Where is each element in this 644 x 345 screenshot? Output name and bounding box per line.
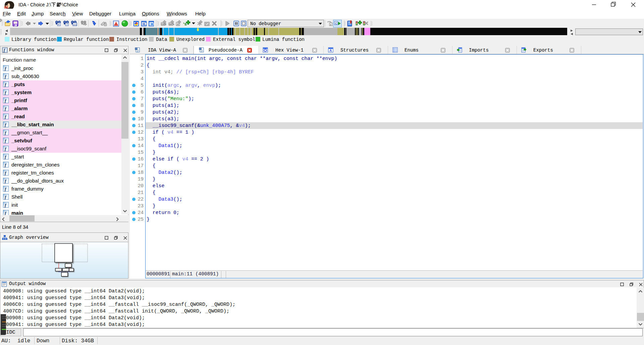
svg-text:#: #: [58, 23, 60, 26]
svg-text:CODE: CODE: [161, 23, 167, 26]
svg-text:101: 101: [73, 23, 77, 26]
svg-text:c: c: [330, 23, 331, 26]
svg-text:DATA: DATA: [169, 23, 174, 26]
svg-text:A: A: [329, 49, 332, 52]
svg-text:T: T: [66, 23, 68, 26]
svg-text:No debugger: No debugger: [250, 21, 281, 26]
svg-text:C: C: [335, 22, 337, 25]
svg-text:64: 64: [4, 6, 8, 9]
